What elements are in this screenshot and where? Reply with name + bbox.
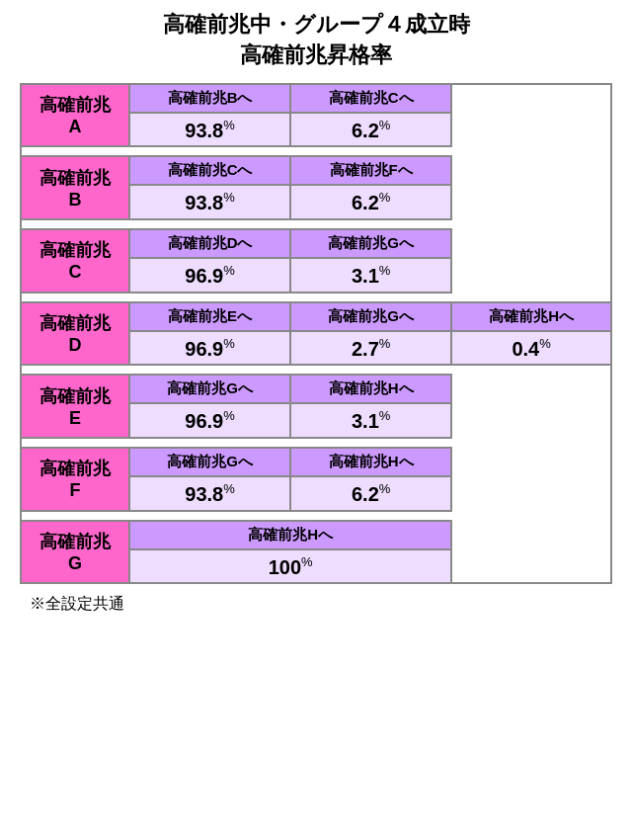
- value-cell: 93.8%: [129, 113, 290, 147]
- row-label: 高確前兆A: [21, 84, 129, 147]
- value-cell: 93.8%: [129, 476, 290, 511]
- column-header: 高確前兆Dへ: [129, 229, 290, 258]
- column-header: 高確前兆Hへ: [290, 448, 451, 476]
- value-cell: 3.1%: [290, 258, 451, 293]
- value-cell: 3.1%: [290, 403, 451, 438]
- value-cell: 6.2%: [290, 185, 451, 219]
- column-header: 高確前兆Cへ: [129, 156, 290, 185]
- value-cell: 6.2%: [290, 476, 451, 511]
- footer-note: ※全設定共通: [30, 594, 124, 615]
- column-header: 高確前兆Gへ: [290, 302, 451, 331]
- row-label: 高確前兆E: [21, 375, 129, 438]
- value-cell: 2.7%: [290, 331, 451, 366]
- row-label: 高確前兆B: [21, 156, 129, 219]
- value-cell: 96.9%: [129, 331, 290, 366]
- value-cell: 100%: [129, 549, 451, 584]
- row-label: 高確前兆G: [21, 521, 129, 584]
- column-header: 高確前兆Eへ: [129, 302, 290, 331]
- main-table: 高確前兆A高確前兆Bへ高確前兆Cへ93.8%6.2%高確前兆B高確前兆Cへ高確前…: [20, 83, 612, 585]
- value-cell: 6.2%: [290, 113, 451, 147]
- row-label: 高確前兆D: [21, 302, 129, 366]
- column-header: 高確前兆Bへ: [129, 84, 290, 113]
- column-header: 高確前兆Hへ: [451, 302, 611, 331]
- column-header: 高確前兆Cへ: [290, 84, 451, 113]
- column-header: 高確前兆Hへ: [290, 375, 451, 403]
- row-label: 高確前兆C: [21, 229, 129, 293]
- value-cell: 93.8%: [129, 185, 290, 219]
- column-header: 高確前兆Fへ: [290, 156, 451, 185]
- column-header: 高確前兆Gへ: [129, 375, 290, 403]
- row-label: 高確前兆F: [21, 448, 129, 511]
- value-cell: 96.9%: [129, 258, 290, 293]
- column-header: 高確前兆Gへ: [290, 229, 451, 258]
- page-title: 高確前兆中・グループ４成立時 高確前兆昇格率: [163, 10, 470, 71]
- column-header: 高確前兆Hへ: [129, 521, 451, 549]
- value-cell: 96.9%: [129, 403, 290, 438]
- value-cell: 0.4%: [451, 331, 611, 366]
- column-header: 高確前兆Gへ: [129, 448, 290, 476]
